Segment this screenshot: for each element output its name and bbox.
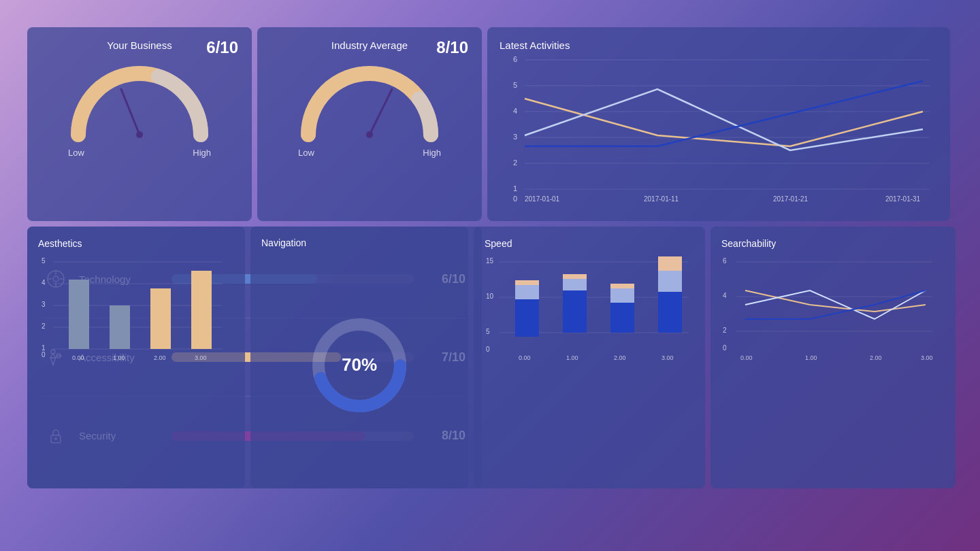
svg-text:3.00: 3.00 [195,354,207,361]
svg-text:5: 5 [513,81,517,89]
svg-line-2 [370,89,392,135]
svg-text:2.00: 2.00 [154,354,166,361]
svg-text:5: 5 [486,328,490,335]
aesthetics-bar-0 [69,280,89,349]
svg-text:6: 6 [513,55,517,63]
navigation-title: Navigation [261,237,306,248]
activities-chart: 6 5 4 3 2 1 0 2017-01-01 2017-01-11 2017… [500,52,938,208]
svg-text:10: 10 [486,293,494,300]
activities-title: Latest Activities [500,39,570,51]
svg-rect-63 [610,303,634,333]
svg-rect-64 [610,288,634,303]
industry-high-label: High [423,148,441,158]
svg-text:2.00: 2.00 [614,354,626,361]
business-score: 6/10 [206,38,238,57]
speed-title: Speed [485,238,512,249]
svg-text:1.00: 1.00 [566,354,578,361]
navigation-card: Navigation 70% [250,227,468,488]
business-gauge [68,63,211,145]
business-high-label: High [193,148,211,158]
navigation-percent: 70% [342,354,377,375]
svg-rect-68 [658,256,682,271]
svg-point-1 [136,131,143,138]
svg-rect-65 [610,284,634,288]
svg-text:0: 0 [723,344,727,352]
svg-text:0.00: 0.00 [72,354,84,361]
business-gauge-card: Your Business 6/10 Low High [27,27,252,221]
searchability-chart: 6 4 2 0 0.00 1.00 2.00 3.00 [721,250,939,365]
svg-text:2017-01-01: 2017-01-01 [525,195,560,203]
svg-text:0: 0 [513,195,517,203]
svg-text:2017-01-31: 2017-01-31 [885,195,921,203]
svg-text:2: 2 [513,158,517,167]
svg-text:4: 4 [513,107,517,115]
searchability-title: Searchability [721,238,776,249]
svg-point-3 [366,131,373,138]
industry-gauge-labels: Low High [298,148,441,158]
activities-card: Latest Activities 6 5 4 3 2 1 0 2017-01-… [487,27,950,221]
svg-rect-60 [563,290,587,333]
svg-rect-62 [563,274,587,279]
industry-title: Industry Average [331,39,408,51]
industry-gauge [298,63,441,145]
svg-text:5: 5 [42,257,46,265]
aesthetics-bar-2 [150,288,171,349]
speed-card: Speed 15 10 5 0 [474,227,705,488]
aesthetics-card: Aesthetics 5 4 3 2 1 0 [27,227,245,488]
svg-text:2017-01-11: 2017-01-11 [644,195,679,203]
svg-text:1.00: 1.00 [805,354,817,361]
svg-text:4: 4 [42,279,46,286]
svg-text:2017-01-21: 2017-01-21 [773,195,808,203]
svg-text:3: 3 [513,133,517,141]
svg-rect-59 [515,280,539,285]
svg-line-0 [121,89,140,135]
svg-text:0.00: 0.00 [740,354,753,361]
aesthetics-title: Aesthetics [38,238,82,249]
bottom-row: Aesthetics 5 4 3 2 1 0 [27,227,950,488]
svg-text:4: 4 [723,292,727,299]
industry-gauge-card: Industry Average 8/10 Low High [257,27,482,221]
svg-text:0: 0 [486,346,490,353]
dashboard: Your Business 6/10 Low High Industry Ave… [27,27,953,524]
svg-text:1: 1 [513,184,517,193]
svg-text:2: 2 [723,327,727,334]
svg-text:3.00: 3.00 [921,354,933,361]
speed-chart: 15 10 5 0 [485,250,696,365]
svg-rect-66 [658,292,682,333]
svg-text:3.00: 3.00 [662,354,674,361]
searchability-card: Searchability 6 4 2 0 0.00 [710,227,956,488]
svg-rect-61 [563,279,587,290]
navigation-donut-wrap: 70% [261,255,457,475]
business-low-label: Low [68,148,84,158]
aesthetics-bar-1 [110,305,130,349]
svg-rect-67 [658,271,682,292]
business-gauge-labels: Low High [68,148,211,158]
svg-text:3: 3 [42,301,46,308]
svg-text:0: 0 [42,351,46,358]
svg-text:0.00: 0.00 [519,354,531,361]
svg-text:6: 6 [723,257,727,265]
svg-text:2.00: 2.00 [870,354,882,361]
aesthetics-chart: 5 4 3 2 1 0 [38,250,229,365]
industry-low-label: Low [298,148,314,158]
business-title: Your Business [107,39,172,51]
svg-text:1.00: 1.00 [113,354,125,361]
svg-text:15: 15 [486,257,494,265]
aesthetics-bar-3 [191,271,212,349]
svg-rect-57 [515,299,539,337]
svg-text:2: 2 [42,322,46,330]
industry-score: 8/10 [436,38,468,57]
svg-rect-58 [515,285,539,299]
